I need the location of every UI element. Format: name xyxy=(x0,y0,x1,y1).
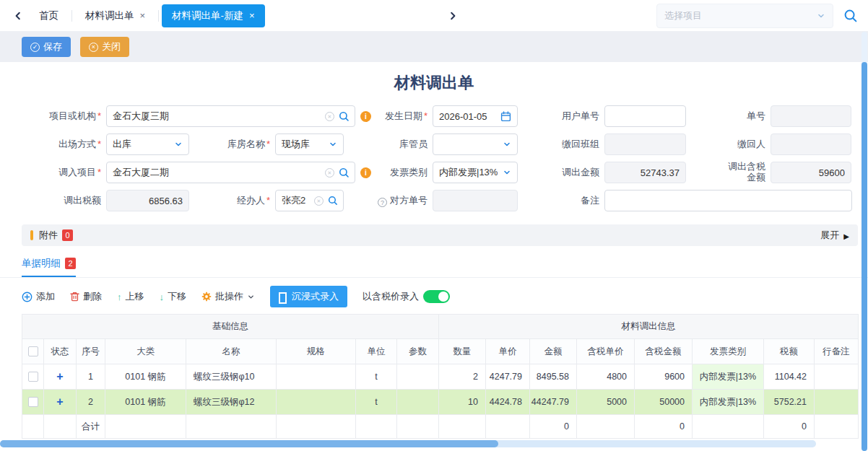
clear-icon[interactable] xyxy=(325,112,334,121)
move-up-button[interactable]: 上移 xyxy=(117,290,144,303)
total-empty xyxy=(356,415,397,439)
cell-invoice[interactable]: 内部发票|13% xyxy=(693,364,764,390)
total-empty xyxy=(815,415,859,439)
cell-param[interactable] xyxy=(397,390,439,415)
tax-entry-toggle[interactable] xyxy=(423,290,450,303)
search-icon[interactable] xyxy=(328,196,338,206)
chevron-down-icon xyxy=(329,140,337,149)
total-amount-taxed: 0 xyxy=(635,415,693,439)
search-icon[interactable] xyxy=(339,111,350,122)
warehouse-value: 现场库 xyxy=(282,138,310,151)
handler-input[interactable]: 张亮2 xyxy=(275,190,344,211)
cell-name[interactable]: 螺纹三级钢φ10 xyxy=(186,364,277,390)
cell-unit[interactable]: t xyxy=(356,364,397,390)
cell-qty[interactable]: 10 xyxy=(439,390,486,415)
col-qty: 数量 xyxy=(439,339,486,364)
cell-category[interactable]: 0101 钢筋 xyxy=(105,390,186,415)
arrow-up-icon xyxy=(117,292,122,302)
counter-no-input xyxy=(433,190,518,211)
cell-spec[interactable] xyxy=(277,364,356,390)
batch-ops-button[interactable]: 批操作 xyxy=(201,290,255,303)
cell-price[interactable]: 4424.78 xyxy=(486,390,530,415)
project-input[interactable]: 金石大厦三期 xyxy=(106,105,355,127)
row-checkbox[interactable] xyxy=(28,372,38,382)
tab-close-icon[interactable] xyxy=(140,11,146,20)
info-icon[interactable] xyxy=(360,167,371,178)
calendar-icon[interactable] xyxy=(500,111,511,122)
form-row: 项目或机构 金石大厦三期 发生日期 2026-01-05 xyxy=(22,105,852,127)
cell-invoice[interactable]: 内部发票|13% xyxy=(693,390,764,415)
global-search-icon[interactable] xyxy=(843,9,858,23)
cell-amount[interactable]: 8495.58 xyxy=(530,364,577,390)
tab-close-icon[interactable] xyxy=(249,11,255,20)
project-value: 金石大厦三期 xyxy=(113,110,169,123)
invoice-type-label: 发票类别 xyxy=(373,166,428,179)
in-project-input[interactable]: 金石大厦二期 xyxy=(106,162,355,183)
select-all-checkbox[interactable] xyxy=(28,346,38,356)
total-amount: 0 xyxy=(530,415,577,439)
user-no-input[interactable] xyxy=(604,105,686,127)
immersive-entry-button[interactable]: 沉浸式录入 xyxy=(270,286,347,307)
col-price-taxed: 含税单价 xyxy=(577,339,635,364)
help-icon[interactable] xyxy=(378,198,387,207)
cell-spec[interactable] xyxy=(277,390,356,415)
tabs-forward-icon[interactable] xyxy=(445,8,461,24)
cell-name[interactable]: 螺纹三级钢φ12 xyxy=(186,390,277,415)
invoice-type-select[interactable]: 内部发票|13% xyxy=(433,162,518,183)
tabs-back-icon[interactable] xyxy=(10,8,26,24)
remark-input[interactable] xyxy=(604,190,852,211)
cell-category[interactable]: 0101 钢筋 xyxy=(105,364,186,390)
cell-row-remark[interactable] xyxy=(815,390,859,415)
out-amount-taxed-input: 59600 xyxy=(771,162,851,183)
search-icon[interactable] xyxy=(339,167,350,178)
cell-qty[interactable]: 2 xyxy=(439,364,486,390)
project-select[interactable]: 选择项目 xyxy=(656,4,833,28)
return-team-input xyxy=(604,133,686,155)
col-spec: 规格 xyxy=(277,339,356,364)
doc-no-input xyxy=(771,105,851,127)
cell-price-taxed[interactable]: 4800 xyxy=(577,364,635,390)
info-icon[interactable] xyxy=(360,111,371,122)
cell-unit[interactable]: t xyxy=(356,390,397,415)
keeper-select[interactable] xyxy=(433,133,518,155)
col-seq: 序号 xyxy=(77,339,105,364)
expand-control[interactable]: 展开 xyxy=(820,229,849,242)
cell-amount-taxed[interactable]: 9600 xyxy=(635,364,693,390)
cell-row-remark[interactable] xyxy=(815,364,859,390)
tab-bar: 首页 材料调出单 材料调出单-新建 选择项目 xyxy=(0,0,868,32)
out-amount-taxed-label: 调出含税金额 xyxy=(686,162,765,183)
attachment-bar: 附件 0 展开 xyxy=(22,224,858,246)
tab-label: 材料调出单-新建 xyxy=(172,9,243,22)
table-row-selected: 2 0101 钢筋 螺纹三级钢φ12 t 10 4424.78 44247.79… xyxy=(22,390,859,415)
row-add-icon[interactable] xyxy=(56,370,63,382)
page-title: 材料调出单 xyxy=(0,62,868,105)
cell-price[interactable]: 4247.79 xyxy=(486,364,530,390)
tab-material-out-list[interactable]: 材料调出单 xyxy=(72,0,158,32)
cell-tax[interactable]: 5752.21 xyxy=(764,390,815,415)
clear-icon[interactable] xyxy=(325,168,334,178)
tab-home[interactable]: 首页 xyxy=(26,0,71,32)
close-button[interactable]: 关闭 xyxy=(80,37,129,57)
add-row-button[interactable]: 添加 xyxy=(22,290,55,303)
cell-param[interactable] xyxy=(397,364,439,390)
tab-detail-lines[interactable]: 单据明细 2 xyxy=(22,257,76,277)
delete-row-button[interactable]: 删除 xyxy=(70,290,102,303)
date-input[interactable]: 2026-01-05 xyxy=(433,105,518,127)
save-button[interactable]: 保存 xyxy=(22,37,71,57)
table-row: 1 0101 钢筋 螺纹三级钢φ10 t 2 4247.79 8495.58 4… xyxy=(22,364,859,390)
cell-price-taxed[interactable]: 5000 xyxy=(577,390,635,415)
cell-tax[interactable]: 1104.42 xyxy=(764,364,815,390)
out-method-select[interactable]: 出库 xyxy=(106,133,189,155)
vertical-scrollbar-thumb[interactable] xyxy=(862,62,867,451)
cell-amount[interactable]: 44247.79 xyxy=(530,390,577,415)
warehouse-select[interactable]: 现场库 xyxy=(275,133,344,155)
total-empty xyxy=(693,415,764,439)
tab-material-out-new[interactable]: 材料调出单-新建 xyxy=(162,4,265,27)
clear-icon[interactable] xyxy=(314,196,324,206)
move-down-button[interactable]: 下移 xyxy=(160,290,187,303)
horizontal-scrollbar-thumb[interactable] xyxy=(0,440,498,447)
detail-tab-label: 单据明细 xyxy=(22,257,61,270)
row-add-icon[interactable] xyxy=(56,395,63,408)
cell-amount-taxed[interactable]: 50000 xyxy=(635,390,693,415)
row-checkbox[interactable] xyxy=(28,397,38,407)
